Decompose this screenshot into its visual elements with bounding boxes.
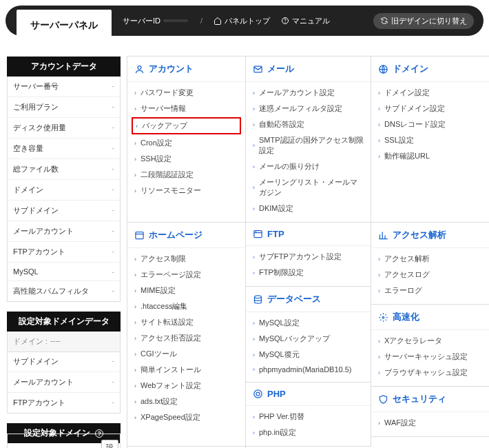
menu-item[interactable]: ›phpmyadmin(MariaDB10.5) [246,363,371,376]
chevron-right-icon: › [134,367,136,374]
menu-item[interactable]: ›MySQL復元 [246,347,371,363]
menu-item[interactable]: ›CGIツール [127,346,245,362]
chevron-right-icon: › [134,172,136,179]
menu-item[interactable]: ›PHP Ver.切替 [246,409,371,425]
menu-item[interactable]: ›メールアカウント設定 [246,85,371,101]
chevron-right-icon: › [253,336,255,343]
menu-item[interactable]: ›迷惑メールフィルタ設定 [246,101,371,116]
menu-item[interactable]: ›DNSレコード設定 [371,116,489,132]
sidebar-item[interactable]: FTPアカウント- [8,392,120,413]
menu-item[interactable]: ›アクセス拒否設定 [127,330,245,346]
menu-item-label: サブFTPアカウント設定 [259,252,342,262]
menu-item[interactable]: ›バックアップ [132,117,241,134]
menu-item-label: エラーログ [384,285,422,296]
menu-item[interactable]: ›DKIM設定 [246,201,371,216]
card-title: ドメイン [393,63,428,75]
menu-item[interactable]: ›Xアクセラレータ [371,333,489,349]
sidebar-item[interactable]: ディスク使用量- [8,117,120,138]
sidebar-item[interactable]: 空き容量- [8,138,120,159]
sidebar-item[interactable]: メールアカウント- [8,221,120,241]
chevron-right-icon: › [253,184,255,191]
menu-item-label: ads.txt設定 [141,396,178,407]
menu-item[interactable]: ›MIME設定 [127,283,245,298]
server-id-label: サーバーID [123,16,160,26]
help-badge-icon[interactable]: ? [95,429,103,438]
menu-item[interactable]: ›メールの振り分け [246,159,371,174]
sidebar-item[interactable]: サブドメイン- [8,200,120,221]
menu-item[interactable]: ›サブFTPアカウント設定 [246,249,371,265]
sidebar-item[interactable]: 高性能スパムフィルタ- [8,281,120,301]
menu-item[interactable]: ›MySQLバックアップ [246,331,371,347]
chevron-right-icon: › [134,383,136,389]
menu-item[interactable]: ›サーバー情報 [127,101,245,116]
menu-item[interactable]: ›ドメイン設定 [371,85,489,101]
menu-item[interactable]: ›エラーログ [371,283,489,298]
chevron-right-icon: › [134,90,136,96]
menu-item[interactable]: ›エラーページ設定 [127,267,245,283]
menu-item[interactable]: ›SSL設定 [371,132,489,148]
menu-item[interactable]: ›二段階認証設定 [127,167,245,183]
menu-item[interactable]: ›ブラウザキャッシュ設定 [371,365,489,380]
menu-item[interactable]: ›パスワード変更 [127,85,245,101]
menu-item[interactable]: ›php.ini設定 [246,425,371,440]
chevron-right-icon: › [134,140,136,147]
menu-item[interactable]: ›FTP制限設定 [246,265,371,281]
menu-item[interactable]: ›Cron設定 [127,135,245,151]
sidebar-item[interactable]: ご利用プラン- [8,96,120,117]
sidebar-account-header: アカウントデータ [7,57,121,77]
menu-item-label: SSL設定 [384,135,414,145]
menu-item-label: アクセス拒否設定 [141,333,201,343]
sidebar-item[interactable]: ドメイン- [8,179,120,200]
target-domain-set-button[interactable]: 設定する [101,440,118,448]
svg-point-2 [138,65,141,69]
menu-item[interactable]: ›サブドメイン設定 [371,101,489,116]
switch-design-button[interactable]: 旧デザインに切り替え [373,13,474,29]
card-title: 高速化 [393,311,419,323]
sidebar-item[interactable]: サブドメイン- [8,352,120,371]
menu-item[interactable]: ›XPageSpeed設定 [127,409,245,425]
sidebar-item[interactable]: メールアカウント- [8,371,120,392]
menu-item[interactable]: ›SMTP認証の国外アクセス制限設定 [246,132,371,159]
menu-item-label: 迷惑メールフィルタ設定 [259,103,342,114]
menu-item-label: サーバー情報 [141,103,186,114]
menu-item[interactable]: ›MySQL設定 [246,315,371,331]
menu-item[interactable]: ›サーバーキャッシュ設定 [371,349,489,365]
chevron-right-icon: › [378,90,380,96]
php-icon [253,389,263,399]
menu-item[interactable]: ›ads.txt設定 [127,394,245,409]
menu-item[interactable]: ›アクセス解析 [371,251,489,267]
sidebar-item[interactable]: FTPアカウント- [8,241,120,262]
card-header-homepage: ホームページ [127,223,245,248]
menu-item[interactable]: ›サイト転送設定 [127,314,245,330]
menu-item[interactable]: ›SSH設定 [127,151,245,167]
menu-item-label: SMTP認証の国外アクセス制限設定 [259,135,364,156]
menu-item[interactable]: ›メーリングリスト・メールマガジン [246,174,371,201]
chevron-right-icon: › [378,272,380,278]
sidebar-item[interactable]: 総ファイル数- [8,159,120,179]
menu-item-label: DKIM設定 [259,203,293,214]
menu-item[interactable]: ›WAF設定 [371,415,489,431]
card-database: データベース›MySQL設定›MySQLバックアップ›MySQL復元›phpmy… [245,286,371,383]
chevron-right-icon: › [134,303,136,310]
menu-item[interactable]: ›Webフォント設定 [127,378,245,394]
ftp-icon [253,229,263,239]
menu-item[interactable]: ›.htaccess編集 [127,298,245,314]
menu-item[interactable]: ›アクセスログ [371,267,489,283]
panel-top-label: パネルトップ [225,16,270,26]
menu-item[interactable]: ›自動応答設定 [246,116,371,132]
card-speed: 高速化›Xアクセラレータ›サーバーキャッシュ設定›ブラウザキャッシュ設定 [371,304,489,387]
chevron-right-icon: › [134,287,136,294]
sidebar-domain-current: ドメイン : ---- [8,332,120,352]
chevron-right-icon: › [253,163,255,170]
chevron-right-icon: › [134,105,136,112]
sidebar-item[interactable]: MySQL- [8,262,120,281]
menu-item[interactable]: ›簡単インストール [127,362,245,378]
manual-link[interactable]: マニュアル [281,16,330,26]
chevron-right-icon: › [134,256,136,263]
sidebar-item[interactable]: サーバー番号- [8,77,120,96]
panel-top-link[interactable]: パネルトップ [214,16,270,26]
menu-item[interactable]: ›アクセス制限 [127,251,245,267]
menu-item-label: 動作確認URL [384,151,430,161]
menu-item[interactable]: ›動作確認URL [371,148,489,164]
menu-item[interactable]: ›リソースモニター [127,183,245,198]
